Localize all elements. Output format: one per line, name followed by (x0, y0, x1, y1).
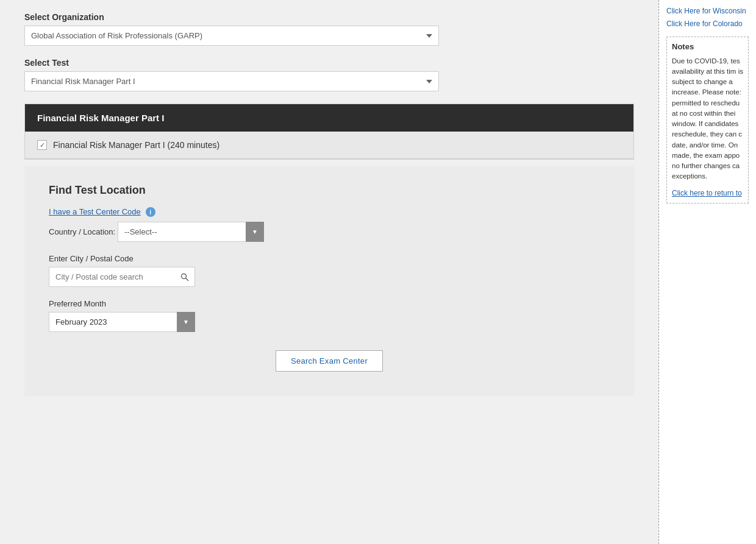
test-select[interactable]: Financial Risk Manager Part I (24, 71, 439, 91)
city-postal-input[interactable] (49, 267, 195, 287)
right-sidebar: Click Here for Wisconsin Click Here for … (658, 0, 756, 544)
test-center-code-link[interactable]: I have a Test Center Code (49, 207, 141, 216)
test-center-code-row: I have a Test Center Code i (49, 207, 610, 217)
preferred-month-label: Preferred Month (49, 299, 610, 308)
click-here-wisconsin-suffix: for Wisconsin (700, 7, 746, 15)
select-test-section: Select Test Financial Risk Manager Part … (24, 58, 634, 91)
find-test-location-panel: Find Test Location I have a Test Center … (24, 166, 634, 396)
svg-point-0 (181, 274, 186, 278)
exam-section: Financial Risk Manager Part I Financial … (24, 104, 634, 160)
country-location-select[interactable]: --Select-- (118, 222, 264, 242)
select-organization-label: Select Organization (24, 12, 634, 22)
country-location-section: Country / Location: --Select-- (49, 222, 610, 242)
sidebar-link-colorado[interactable]: Click Here for Colorado (666, 19, 749, 29)
click-here-colorado-prefix: Click (666, 19, 684, 28)
organization-select[interactable]: Global Association of Risk Professionals… (24, 26, 439, 46)
here-wisconsin-link[interactable]: Here (684, 7, 700, 15)
select-test-label: Select Test (24, 58, 634, 68)
exam-checkbox-label: Financial Risk Manager Part I (240 minut… (53, 140, 219, 150)
preferred-month-section: Preferred Month February 2023 (49, 299, 610, 332)
select-organization-section: Select Organization Global Association o… (24, 12, 634, 46)
notes-title: Notes (672, 42, 743, 51)
city-search-icon-button[interactable] (174, 267, 195, 287)
search-icon (180, 273, 189, 281)
city-search-wrapper (49, 267, 195, 287)
notes-box: Notes Due to COVID-19, tes availability … (666, 37, 749, 204)
info-icon[interactable]: i (146, 207, 155, 217)
city-postal-label: Enter City / Postal Code (49, 254, 610, 263)
preferred-month-select[interactable]: February 2023 (49, 312, 195, 332)
exam-checkbox-row: Financial Risk Manager Part I (240 minut… (25, 132, 633, 159)
click-here-wisconsin-prefix: Click (666, 7, 684, 15)
country-location-label: Country / Location: (49, 227, 115, 236)
find-location-title: Find Test Location (49, 184, 610, 197)
svg-line-1 (185, 278, 188, 281)
exam-checkbox[interactable] (37, 140, 47, 150)
return-link[interactable]: Click here to return to (672, 188, 743, 199)
exam-header-bar: Financial Risk Manager Part I (25, 104, 633, 132)
city-postal-section: Enter City / Postal Code (49, 254, 610, 287)
exam-header-title: Financial Risk Manager Part I (37, 113, 164, 123)
click-here-colorado-suffix: for Colorado (700, 19, 742, 28)
notes-body: Due to COVID-19, tes availability at thi… (672, 56, 743, 182)
sidebar-links: Click Here for Wisconsin Click Here for … (666, 6, 749, 29)
sidebar-link-wisconsin[interactable]: Click Here for Wisconsin (666, 6, 749, 16)
here-colorado-link[interactable]: Here (684, 19, 700, 28)
search-exam-center-button[interactable]: Search Exam Center (276, 350, 383, 372)
